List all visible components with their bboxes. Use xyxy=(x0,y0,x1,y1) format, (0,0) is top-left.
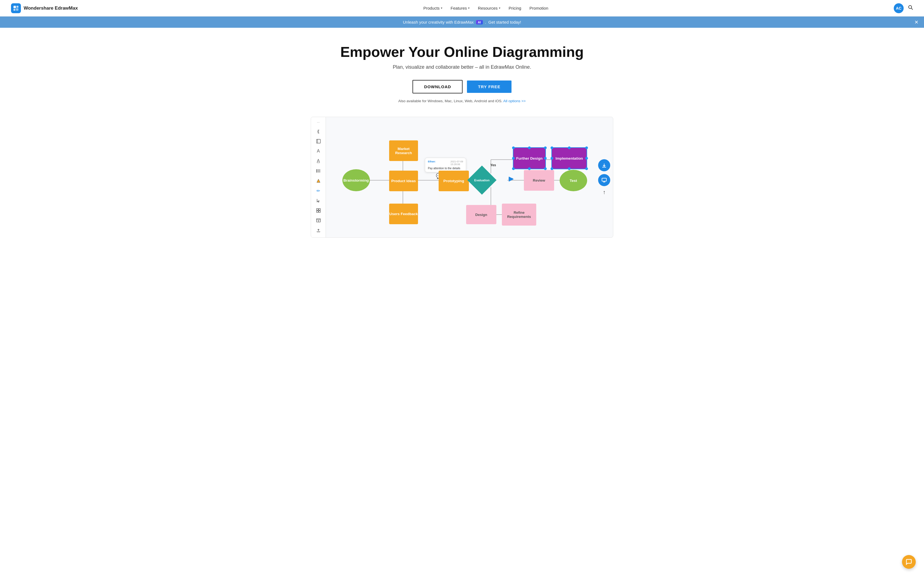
node-brainstorming[interactable]: Brainstorming xyxy=(342,169,370,191)
node-product-ideas[interactable]: Product Ideas xyxy=(389,171,418,191)
toolbar-text-icon[interactable]: A xyxy=(314,147,323,155)
toolbar-select-icon[interactable] xyxy=(314,197,323,205)
node-test[interactable]: Test xyxy=(560,170,587,191)
yes-label: Yes xyxy=(490,163,496,167)
chevron-down-icon: ▾ xyxy=(468,6,470,10)
comment-text: Pay attention to the details xyxy=(428,167,463,170)
node-prototyping[interactable]: Prototyping xyxy=(439,171,469,191)
banner-separator: . xyxy=(485,20,486,24)
node-market-research[interactable]: Market Research xyxy=(389,140,418,161)
toolbar-collapse-icon[interactable]: ⟪ xyxy=(314,127,323,135)
banner-text-before: Unleash your creativity with EdrawMax xyxy=(403,20,474,24)
node-further-design[interactable]: Further Design xyxy=(513,147,546,169)
svg-line-5 xyxy=(911,8,913,10)
node-implementation[interactable]: Implementation xyxy=(551,147,587,169)
toolbar-fill-icon[interactable] xyxy=(314,177,323,185)
svg-point-4 xyxy=(909,5,912,8)
comment-bubble: Ethan: 2021-07-09 15:28:06 Pay attention… xyxy=(425,158,466,172)
nav-promotion[interactable]: Promotion xyxy=(529,6,548,10)
svg-rect-1 xyxy=(16,6,18,8)
hero-subtitle: Plan, visualize and collaborate better –… xyxy=(5,64,919,70)
comment-date: 2021-07-09 15:28:06 xyxy=(451,160,463,166)
svg-rect-16 xyxy=(319,208,320,210)
download-button-side[interactable] xyxy=(598,160,610,171)
toolbar-export-icon[interactable] xyxy=(314,226,323,234)
monitor-button[interactable] xyxy=(598,174,610,186)
search-icon[interactable] xyxy=(908,5,913,11)
svg-point-11 xyxy=(316,169,317,170)
hero-note: Also available for Windows, Mac, Linux, … xyxy=(5,99,919,103)
nav-pricing[interactable]: Pricing xyxy=(509,6,522,10)
hero-title: Empower Your Online Diagramming xyxy=(5,44,919,60)
toolbar-grid-icon[interactable] xyxy=(314,206,323,214)
nav-products[interactable]: Products ▾ xyxy=(423,6,442,10)
node-design[interactable]: Design xyxy=(466,205,496,224)
brand-logo[interactable]: Wondershare EdrawMax xyxy=(11,3,78,13)
ai-badge: AI xyxy=(476,20,483,24)
node-users-feedback[interactable]: Users Feedback xyxy=(389,204,418,224)
nav-features[interactable]: Features ▾ xyxy=(451,6,470,10)
close-icon[interactable]: ✕ xyxy=(914,19,919,25)
banner-text-after: Get started today! xyxy=(488,20,521,24)
diagram-canvas: Brainstorming Market Research Product Id… xyxy=(326,117,598,237)
download-button[interactable]: DOWNLOAD xyxy=(412,80,462,93)
nav-links: Products ▾ Features ▾ Resources ▾ Pricin… xyxy=(423,6,548,10)
svg-rect-6 xyxy=(317,139,320,143)
toolbar-list-icon[interactable] xyxy=(314,167,323,175)
chevron-down-icon: ▾ xyxy=(441,6,443,10)
scroll-top-icon[interactable]: ↑ xyxy=(598,189,610,195)
comment-header: Ethan: 2021-07-09 15:28:06 xyxy=(428,160,463,166)
svg-rect-17 xyxy=(317,211,318,213)
toolbar-pen-icon[interactable]: ✏ xyxy=(314,187,323,195)
chevron-down-icon: ▾ xyxy=(499,6,501,10)
toolbar-table-icon[interactable] xyxy=(314,216,323,224)
node-evaluation[interactable]: Evaluation xyxy=(472,170,492,190)
navbar-right: AC xyxy=(894,3,913,13)
all-options-link[interactable]: All options >> xyxy=(503,99,526,103)
avatar[interactable]: AC xyxy=(894,3,904,13)
nav-resources[interactable]: Resources ▾ xyxy=(478,6,501,10)
svg-point-13 xyxy=(316,172,317,172)
flowchart: Brainstorming Market Research Product Id… xyxy=(326,117,598,238)
svg-rect-15 xyxy=(317,208,318,210)
node-review[interactable]: Review xyxy=(524,170,554,191)
promo-banner: Unleash your creativity with EdrawMax AI… xyxy=(0,16,924,28)
cursor-pointer-icon: ▶ xyxy=(509,175,514,182)
svg-rect-2 xyxy=(13,9,15,11)
node-refine-requirements[interactable]: Refine Requirements xyxy=(502,204,536,226)
svg-rect-37 xyxy=(602,178,606,181)
diagram-area: ··· ⟪ A A ✏ xyxy=(311,117,613,238)
svg-marker-14 xyxy=(317,179,320,182)
toolbar-frame-icon[interactable] xyxy=(314,137,323,145)
hero-buttons: DOWNLOAD TRY FREE xyxy=(5,80,919,93)
svg-rect-3 xyxy=(16,8,18,11)
right-toolbar: ↑ xyxy=(598,160,613,195)
hero-section: Empower Your Online Diagramming Plan, vi… xyxy=(0,28,924,108)
svg-rect-18 xyxy=(319,211,320,213)
comment-author: Ethan: xyxy=(428,160,436,166)
brand-name: Wondershare EdrawMax xyxy=(24,5,78,11)
logo-icon xyxy=(11,3,21,13)
banner-text: Unleash your creativity with EdrawMax AI… xyxy=(5,20,919,24)
svg-rect-0 xyxy=(13,6,16,8)
svg-point-12 xyxy=(316,171,317,171)
navbar: Wondershare EdrawMax Products ▾ Features… xyxy=(0,0,924,16)
toolbar-dots: ··· xyxy=(317,120,320,124)
toolbar-text-underline-icon[interactable]: A xyxy=(314,157,323,165)
try-free-button[interactable]: TRY FREE xyxy=(467,81,511,93)
left-toolbar: ··· ⟪ A A ✏ xyxy=(311,117,326,237)
